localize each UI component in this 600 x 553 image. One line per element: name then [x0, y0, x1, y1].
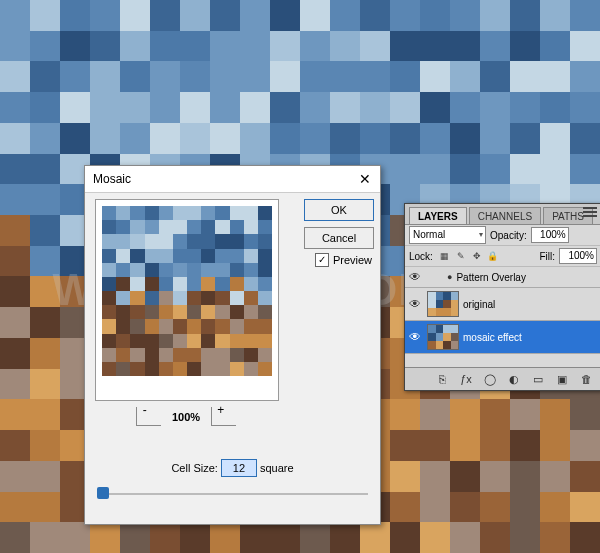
group-icon[interactable]: ▭ [531, 372, 545, 386]
trash-icon[interactable]: 🗑 [579, 372, 593, 386]
lock-pixels-icon[interactable]: ✎ [455, 250, 467, 262]
cell-size-slider[interactable] [97, 485, 368, 503]
layer-name: mosaic effect [463, 332, 599, 343]
fill-label: Fill: [539, 251, 555, 262]
effect-name: Pattern Overlay [456, 272, 599, 283]
layer-thumbnail [427, 291, 459, 317]
opacity-label: Opacity: [490, 230, 527, 241]
zoom-percent: 100% [172, 411, 200, 423]
ok-button[interactable]: OK [304, 199, 374, 221]
tab-layers[interactable]: LAYERS [409, 207, 467, 224]
preview-label: Preview [333, 254, 372, 266]
mosaic-dialog: Mosaic ✕ 100% OK Cancel ✓ Preview Cell S… [84, 165, 381, 525]
layer-effect-row[interactable]: 👁 ● Pattern Overlay [405, 267, 600, 288]
layer-thumbnail [427, 324, 459, 350]
link-layers-icon[interactable]: ⎘ [435, 372, 449, 386]
panel-menu-icon[interactable] [583, 207, 597, 219]
layer-name: original [463, 299, 599, 310]
preview-checkbox[interactable]: ✓ [315, 253, 329, 267]
tab-channels[interactable]: CHANNELS [469, 207, 541, 224]
visibility-icon[interactable]: 👁 [407, 297, 423, 311]
dialog-title: Mosaic [85, 166, 380, 193]
new-layer-icon[interactable]: ▣ [555, 372, 569, 386]
slider-thumb[interactable] [97, 487, 109, 499]
blend-mode-select[interactable]: Normal [409, 226, 486, 244]
layer-style-icon[interactable]: ƒx [459, 372, 473, 386]
lock-transparency-icon[interactable]: ▦ [439, 250, 451, 262]
cell-size-unit: square [260, 462, 294, 474]
lock-all-icon[interactable]: 🔒 [487, 250, 499, 262]
lock-label: Lock: [409, 251, 433, 262]
visibility-icon[interactable]: 👁 [407, 270, 423, 284]
layers-panel: LAYERS CHANNELS PATHS Normal Opacity: 10… [404, 203, 600, 391]
layer-mask-icon[interactable]: ◯ [483, 372, 497, 386]
adjustment-layer-icon[interactable]: ◐ [507, 372, 521, 386]
close-icon[interactable]: ✕ [356, 170, 374, 188]
cell-size-input[interactable] [221, 459, 257, 477]
layer-row-original[interactable]: 👁 original [405, 288, 600, 321]
cancel-button[interactable]: Cancel [304, 227, 374, 249]
zoom-out-button[interactable] [136, 407, 161, 426]
visibility-icon[interactable]: 👁 [407, 330, 423, 344]
cell-size-label: Cell Size: [171, 462, 217, 474]
zoom-in-button[interactable] [211, 407, 236, 426]
fill-field[interactable]: 100% [559, 248, 597, 264]
filter-preview[interactable] [95, 199, 279, 401]
layer-row-mosaic[interactable]: 👁 mosaic effect [405, 321, 600, 354]
lock-position-icon[interactable]: ✥ [471, 250, 483, 262]
opacity-field[interactable]: 100% [531, 227, 569, 243]
